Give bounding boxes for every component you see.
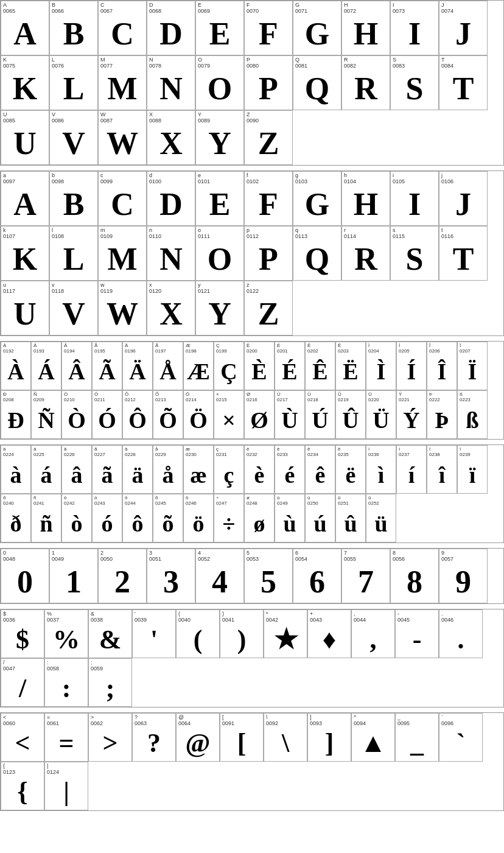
- char-cell: Ä 0196Ä: [122, 342, 153, 390]
- cell-label: T 0084: [441, 57, 485, 69]
- cell-label: n 0110: [149, 228, 193, 240]
- cell-character: Ã: [94, 354, 120, 388]
- cell-character: O: [198, 240, 242, 279]
- char-cell: q 0113Q: [293, 226, 341, 281]
- char-cell: | 0124|: [44, 762, 88, 810]
- cell-label: o 0111: [198, 228, 242, 240]
- char-cell: ð 0240ð: [1, 494, 31, 542]
- char-cell: ï 0239ï: [457, 445, 488, 494]
- char-cell: C 0067C: [98, 1, 147, 55]
- cell-character: Û: [338, 403, 363, 437]
- cell-label: x 0120: [149, 283, 193, 295]
- cell-character: V: [52, 295, 96, 334]
- cell-character: $: [3, 623, 42, 656]
- cell-character: V: [52, 124, 96, 163]
- cell-character: ì: [368, 458, 394, 492]
- cell-character: æ: [186, 458, 211, 492]
- cell-character: ç: [216, 458, 242, 492]
- cell-character: Å: [155, 354, 181, 388]
- cell-label: 0 0048: [3, 550, 47, 563]
- cell-label: j 0106: [441, 173, 485, 185]
- char-cell: { 0123{: [1, 762, 44, 810]
- cell-label: Ç 0199: [216, 343, 242, 354]
- cell-label: ï 0239: [460, 447, 485, 458]
- char-cell: F 0070F: [244, 1, 293, 55]
- cell-character: F: [247, 185, 290, 224]
- char-cell: % 0037%: [44, 609, 88, 658]
- cell-character: U: [3, 295, 47, 334]
- cell-label: [ 0091: [222, 715, 261, 727]
- cell-label: \ 0092: [266, 715, 305, 727]
- cell-label: v 0118: [52, 283, 96, 295]
- cell-label: I 0073: [393, 2, 436, 15]
- char-cell: Ã 0195Ã: [92, 342, 122, 390]
- char-cell: I 0073I: [390, 1, 439, 55]
- symbols2-section: < 0060<= 0061=> 0062>? 0063?@ 0064@[ 009…: [0, 712, 504, 811]
- cell-character: :: [47, 672, 86, 705]
- char-cell: Ø 0216Ø: [244, 390, 275, 439]
- cell-character: F: [247, 15, 290, 54]
- cell-label: Ì 0204: [368, 343, 394, 354]
- cell-character: 7: [344, 563, 388, 602]
- cell-label: O 0079: [198, 57, 242, 69]
- cell-label: s 0115: [393, 228, 436, 240]
- cell-label: à 0224: [3, 447, 29, 458]
- cell-label: Í 0205: [399, 343, 424, 354]
- char-cell: [ 0091[: [220, 713, 264, 762]
- cell-character: K: [3, 69, 47, 108]
- cell-character: å: [155, 458, 181, 492]
- cell-label: í 0237: [399, 447, 424, 458]
- cell-label: + 0043: [310, 611, 349, 623]
- cell-character: ú: [307, 507, 333, 541]
- cell-character: B: [52, 185, 96, 224]
- char-cell: X 0088X: [147, 110, 195, 165]
- cell-label: × 0215: [216, 392, 242, 403]
- cell-label: y 0121: [198, 283, 242, 295]
- cell-character: Ç: [216, 354, 242, 388]
- char-cell: B 0066B: [49, 1, 98, 55]
- char-cell: W 0087W: [98, 110, 147, 165]
- char-cell: À 0192À: [1, 342, 31, 390]
- cell-character: ù: [277, 507, 303, 541]
- char-cell: 0 00480: [1, 549, 49, 603]
- char-cell: o 0111O: [195, 226, 244, 281]
- cell-character: .: [441, 623, 480, 656]
- cell-character: O: [198, 69, 242, 108]
- cell-label: ö 0246: [186, 496, 211, 507]
- cell-label: N 0078: [149, 57, 193, 69]
- char-cell: ; 0059;: [88, 658, 132, 707]
- char-cell: 4 00524: [195, 549, 244, 603]
- cell-character: 5: [247, 563, 290, 602]
- cell-label: 9 0057: [441, 550, 485, 563]
- cell-label: ã 0227: [94, 447, 120, 458]
- char-cell: P 0080P: [244, 55, 293, 110]
- char-cell: M 0077M: [98, 55, 147, 110]
- cell-character: T: [441, 69, 485, 108]
- cell-label: r 0114: [344, 228, 388, 240]
- cell-character: 9: [441, 563, 485, 602]
- cell-label: l 0108: [52, 228, 96, 240]
- cell-character: C: [100, 15, 144, 54]
- cell-label: L 0076: [52, 57, 96, 69]
- char-cell: Þ 0222Þ: [427, 390, 457, 439]
- cell-label: Ã 0195: [94, 343, 120, 354]
- char-cell: õ 0245õ: [153, 494, 183, 542]
- cell-label: ^ 0094: [354, 715, 393, 727]
- cell-character: ö: [186, 507, 211, 541]
- cell-character: Ë: [338, 354, 363, 388]
- cell-character: Ï: [460, 354, 485, 388]
- char-cell: Ì 0204Ì: [366, 342, 396, 390]
- char-cell: E 0069E: [195, 1, 244, 55]
- char-cell: m 0109M: [98, 226, 147, 281]
- cell-label: = 0061: [47, 715, 86, 727]
- cell-label: Î 0206: [429, 343, 455, 354]
- cell-label: Ó 0211: [94, 392, 120, 403]
- cell-character: U: [3, 124, 47, 163]
- cell-label: e 0101: [198, 173, 242, 185]
- cell-label: C 0067: [100, 2, 144, 15]
- cell-character: _: [397, 727, 436, 760]
- char-cell: á 0225á: [31, 445, 61, 494]
- cell-character: ë: [338, 458, 363, 492]
- cell-character: >: [91, 727, 130, 760]
- font-display: A 0065AB 0066BC 0067CD 0068DE 0069EF 007…: [0, 0, 504, 811]
